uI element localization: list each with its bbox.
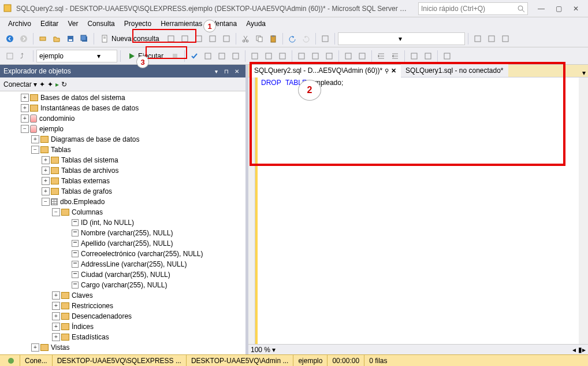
editor-scrollbar[interactable] — [579, 77, 588, 344]
nav-right-button[interactable]: ▮▸ — [578, 346, 586, 354]
tree-node[interactable]: +Tablas de grafos — [0, 186, 245, 197]
expand-button[interactable]: + — [52, 323, 60, 331]
tb-btn-3[interactable] — [192, 32, 205, 45]
stop-button[interactable] — [169, 50, 181, 62]
tree-node[interactable]: ID (int, No NULL) — [0, 217, 245, 228]
tree-node[interactable]: Correoelectrónico (varchar(255), NULL) — [0, 249, 245, 259]
quick-launch-input[interactable] — [421, 5, 517, 13]
panel-dropdown-button[interactable]: ▾ — [211, 66, 221, 76]
pin-icon[interactable]: ⚲ — [385, 68, 389, 74]
tb-btn-8[interactable] — [485, 32, 498, 45]
tb-btn-7[interactable] — [471, 32, 484, 45]
zoom-select[interactable]: 100 % ▾ — [251, 346, 276, 354]
tree-node[interactable]: +Tablas externas — [0, 176, 245, 186]
menu-proyecto[interactable]: Proyecto — [120, 19, 156, 29]
tb2-btn-14[interactable] — [441, 50, 453, 62]
undo-button[interactable] — [286, 32, 299, 45]
collapse-button[interactable]: − — [42, 198, 50, 206]
close-tab-button[interactable]: ✕ — [391, 67, 396, 75]
expand-button[interactable]: + — [42, 156, 50, 164]
tb-btn-5[interactable] — [220, 32, 233, 45]
tree-node[interactable]: +condominio — [0, 113, 245, 124]
expand-button[interactable]: + — [31, 135, 39, 143]
editor-tab-active[interactable]: SQLQuery2.sql - D...AE5VQ\Admin (60))* ⚲… — [250, 65, 401, 77]
tree-node[interactable]: −ejemplo — [0, 124, 245, 134]
tb2-btn-3[interactable] — [202, 50, 214, 62]
tb2-btn-13[interactable] — [356, 50, 369, 62]
menu-consulta[interactable]: Consulta — [83, 19, 119, 29]
tree-node[interactable]: +Claves — [0, 290, 245, 301]
save-button[interactable] — [64, 32, 77, 45]
tb2-btn-11[interactable] — [323, 50, 336, 62]
expand-button[interactable]: + — [42, 187, 50, 195]
oe-tb-1[interactable]: ✦ — [39, 80, 45, 88]
redo-button[interactable] — [300, 32, 312, 45]
uncomment-button[interactable] — [422, 50, 434, 62]
tree-node[interactable]: −dbo.Empleado — [0, 197, 245, 207]
editor-tab-inactive[interactable]: SQLQuery1.sql - no conectado* — [401, 64, 508, 77]
expand-button[interactable]: + — [42, 177, 50, 185]
tree-node[interactable]: +Estadísticas — [0, 332, 245, 342]
tree-node[interactable]: Ciudad (varchar(255), NULL) — [0, 269, 245, 280]
tb2-btn-9[interactable] — [295, 50, 308, 62]
connect-button[interactable]: Conectar ▾ — [3, 80, 37, 88]
outdent-button[interactable] — [389, 50, 401, 62]
menu-herramientas[interactable]: Herramientas — [156, 19, 207, 29]
tree-node[interactable]: +Tablas del sistema — [0, 155, 245, 165]
oe-tb-2[interactable]: ✦ — [47, 80, 53, 88]
tb2-btn-5[interactable] — [229, 50, 242, 62]
tree-node[interactable]: +Instantáneas de bases de datos — [0, 103, 245, 113]
tree-node[interactable]: +Bases de datos del sistema — [0, 93, 245, 103]
tb-btn-4[interactable] — [206, 32, 219, 45]
tree-node[interactable]: Apellido (varchar(255), NULL) — [0, 238, 245, 249]
expand-button[interactable]: + — [52, 302, 60, 310]
tree-node[interactable]: Nombre (varchar(255), NULL) — [0, 228, 245, 238]
oe-tb-3[interactable]: ▸ — [55, 80, 59, 88]
indent-button[interactable] — [375, 50, 388, 62]
collapse-button[interactable]: − — [21, 125, 29, 133]
expand-button[interactable]: + — [52, 312, 60, 320]
tb2-btn-12[interactable] — [342, 50, 355, 62]
quick-launch-box[interactable] — [418, 2, 528, 15]
new-project-button[interactable] — [36, 32, 49, 45]
editor-tab-overflow[interactable]: ▾ — [580, 69, 588, 77]
oe-tb-4[interactable]: ↻ — [61, 80, 67, 88]
expand-button[interactable]: + — [21, 114, 29, 123]
nav-fwd-button[interactable] — [17, 32, 30, 45]
tree-node[interactable]: +Vistas — [0, 342, 245, 353]
maximize-button[interactable]: ▢ — [550, 0, 567, 17]
minimize-button[interactable]: — — [533, 0, 550, 17]
open-file-button[interactable] — [50, 32, 63, 45]
tb2-btn-4[interactable] — [215, 50, 228, 62]
tb2-btn-8[interactable] — [276, 50, 289, 62]
editor-body[interactable]: DROP TABLE empleado; — [248, 77, 588, 344]
tree-node[interactable]: +Desencadenadores — [0, 311, 245, 321]
menu-editar[interactable]: Editar — [36, 19, 63, 29]
tb-btn-6[interactable] — [319, 32, 332, 45]
tb-btn-9[interactable] — [499, 32, 512, 45]
save-all-button[interactable] — [78, 32, 91, 45]
tb2-btn-7[interactable] — [262, 50, 275, 62]
copy-button[interactable] — [253, 32, 266, 45]
menu-ayuda[interactable]: Ayuda — [241, 19, 270, 29]
parse-button[interactable] — [188, 50, 200, 62]
panel-close-button[interactable]: ✕ — [232, 66, 242, 76]
solution-config-dropdown[interactable]: ▾ — [338, 32, 465, 45]
object-explorer-tree[interactable]: +Bases de datos del sistema+Instantáneas… — [0, 91, 245, 354]
tb2-btn-6[interactable] — [248, 50, 261, 62]
database-dropdown[interactable]: ejemplo▾ — [36, 50, 117, 62]
nav-left-button[interactable]: ◂ — [572, 346, 576, 354]
expand-button[interactable]: + — [31, 343, 39, 352]
tree-node[interactable]: −Columnas — [0, 207, 245, 217]
menu-archivo[interactable]: Archivo — [3, 19, 36, 29]
tree-node[interactable]: Cargo (varchar(255), NULL) — [0, 280, 245, 290]
tb-btn-2[interactable] — [178, 32, 191, 45]
tb2-btn-1[interactable] — [3, 50, 16, 62]
nav-back-button[interactable] — [3, 32, 16, 45]
expand-button[interactable]: + — [21, 104, 29, 112]
collapse-button[interactable]: − — [31, 146, 39, 154]
close-button[interactable]: ✕ — [567, 0, 585, 17]
tb-btn-1[interactable] — [165, 32, 177, 45]
tree-node[interactable]: +Diagramas de base de datos — [0, 134, 245, 145]
editor-text[interactable]: DROP TABLE empleado; — [258, 77, 579, 344]
